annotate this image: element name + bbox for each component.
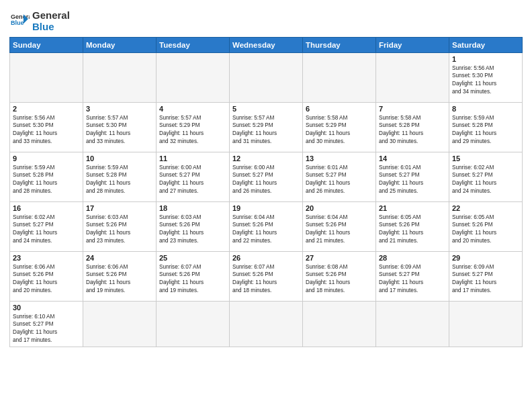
calendar-cell: 1Sunrise: 5:56 AM Sunset: 5:30 PM Daylig…	[449, 52, 523, 102]
day-info: Sunrise: 6:02 AM Sunset: 5:27 PM Dayligh…	[452, 164, 519, 196]
calendar-cell: 19Sunrise: 6:04 AM Sunset: 5:26 PM Dayli…	[230, 201, 303, 251]
day-info: Sunrise: 5:57 AM Sunset: 5:29 PM Dayligh…	[159, 114, 226, 146]
day-info: Sunrise: 5:58 AM Sunset: 5:28 PM Dayligh…	[379, 114, 446, 146]
day-number: 5	[232, 105, 300, 113]
calendar-cell: 20Sunrise: 6:04 AM Sunset: 5:26 PM Dayli…	[303, 201, 376, 251]
calendar-cell	[157, 301, 230, 347]
week-row-2: 2Sunrise: 5:56 AM Sunset: 5:30 PM Daylig…	[10, 102, 523, 152]
day-info: Sunrise: 6:00 AM Sunset: 5:27 PM Dayligh…	[159, 164, 226, 196]
day-number: 25	[159, 254, 226, 262]
page: General Blue General Blue SundayMondayTu…	[0, 0, 532, 411]
calendar-cell: 26Sunrise: 6:07 AM Sunset: 5:26 PM Dayli…	[230, 251, 303, 301]
calendar-cell: 27Sunrise: 6:08 AM Sunset: 5:26 PM Dayli…	[303, 251, 376, 301]
day-info: Sunrise: 6:09 AM Sunset: 5:27 PM Dayligh…	[452, 263, 519, 295]
day-number: 9	[13, 154, 80, 163]
day-number: 21	[379, 204, 446, 212]
weekday-friday: Friday	[376, 37, 449, 52]
day-info: Sunrise: 6:00 AM Sunset: 5:27 PM Dayligh…	[232, 164, 300, 196]
day-info: Sunrise: 5:57 AM Sunset: 5:29 PM Dayligh…	[232, 114, 300, 146]
weekday-thursday: Thursday	[303, 37, 376, 52]
day-number: 15	[452, 154, 519, 163]
day-number: 4	[159, 105, 226, 113]
calendar-cell: 24Sunrise: 6:06 AM Sunset: 5:26 PM Dayli…	[83, 251, 157, 301]
calendar-cell	[376, 301, 449, 347]
week-row-5: 23Sunrise: 6:06 AM Sunset: 5:26 PM Dayli…	[10, 251, 523, 301]
day-number: 20	[306, 204, 373, 212]
day-number: 19	[232, 204, 300, 212]
calendar: SundayMondayTuesdayWednesdayThursdayFrid…	[9, 37, 523, 348]
day-number: 22	[452, 204, 519, 212]
day-number: 27	[306, 254, 373, 262]
calendar-cell: 11Sunrise: 6:00 AM Sunset: 5:27 PM Dayli…	[157, 152, 230, 201]
day-number: 28	[379, 254, 446, 262]
calendar-cell: 28Sunrise: 6:09 AM Sunset: 5:27 PM Dayli…	[376, 251, 449, 301]
day-number: 1	[452, 55, 519, 63]
header: General Blue General Blue	[9, 7, 523, 33]
day-number: 11	[159, 154, 226, 163]
day-info: Sunrise: 6:05 AM Sunset: 5:26 PM Dayligh…	[379, 214, 446, 246]
calendar-cell: 29Sunrise: 6:09 AM Sunset: 5:27 PM Dayli…	[449, 251, 523, 301]
day-info: Sunrise: 6:10 AM Sunset: 5:27 PM Dayligh…	[13, 313, 80, 345]
day-number: 18	[159, 204, 226, 212]
day-number: 30	[13, 304, 80, 312]
svg-text:Blue: Blue	[11, 20, 24, 27]
weekday-monday: Monday	[83, 37, 157, 52]
day-number: 14	[379, 154, 446, 163]
calendar-cell: 23Sunrise: 6:06 AM Sunset: 5:26 PM Dayli…	[10, 251, 83, 301]
day-number: 17	[86, 204, 153, 212]
day-info: Sunrise: 5:59 AM Sunset: 5:28 PM Dayligh…	[13, 164, 80, 196]
calendar-cell: 22Sunrise: 6:05 AM Sunset: 5:26 PM Dayli…	[449, 201, 523, 251]
calendar-cell	[449, 301, 523, 347]
day-number: 24	[86, 254, 153, 262]
weekday-tuesday: Tuesday	[157, 37, 230, 52]
calendar-cell: 4Sunrise: 5:57 AM Sunset: 5:29 PM Daylig…	[157, 102, 230, 152]
calendar-cell: 13Sunrise: 6:01 AM Sunset: 5:27 PM Dayli…	[303, 152, 376, 201]
day-info: Sunrise: 6:01 AM Sunset: 5:27 PM Dayligh…	[306, 164, 373, 196]
day-number: 23	[13, 254, 80, 262]
day-number: 3	[86, 105, 153, 113]
calendar-cell: 2Sunrise: 5:56 AM Sunset: 5:30 PM Daylig…	[10, 102, 83, 152]
calendar-cell: 25Sunrise: 6:07 AM Sunset: 5:26 PM Dayli…	[157, 251, 230, 301]
calendar-cell: 21Sunrise: 6:05 AM Sunset: 5:26 PM Dayli…	[376, 201, 449, 251]
week-row-6: 30Sunrise: 6:10 AM Sunset: 5:27 PM Dayli…	[10, 301, 523, 347]
week-row-3: 9Sunrise: 5:59 AM Sunset: 5:28 PM Daylig…	[10, 152, 523, 201]
day-info: Sunrise: 5:59 AM Sunset: 5:28 PM Dayligh…	[86, 164, 153, 196]
calendar-cell	[230, 301, 303, 347]
calendar-cell: 14Sunrise: 6:01 AM Sunset: 5:27 PM Dayli…	[376, 152, 449, 201]
day-info: Sunrise: 6:03 AM Sunset: 5:26 PM Dayligh…	[159, 214, 226, 246]
weekday-wednesday: Wednesday	[230, 37, 303, 52]
day-info: Sunrise: 5:59 AM Sunset: 5:28 PM Dayligh…	[452, 114, 519, 146]
day-info: Sunrise: 6:01 AM Sunset: 5:27 PM Dayligh…	[379, 164, 446, 196]
day-info: Sunrise: 6:02 AM Sunset: 5:27 PM Dayligh…	[13, 214, 80, 246]
calendar-cell: 3Sunrise: 5:57 AM Sunset: 5:30 PM Daylig…	[83, 102, 157, 152]
day-number: 8	[452, 105, 519, 113]
day-number: 13	[306, 154, 373, 163]
calendar-cell	[10, 52, 83, 102]
calendar-cell	[83, 301, 157, 347]
weekday-sunday: Sunday	[10, 37, 83, 52]
day-info: Sunrise: 6:05 AM Sunset: 5:26 PM Dayligh…	[452, 214, 519, 246]
calendar-cell: 12Sunrise: 6:00 AM Sunset: 5:27 PM Dayli…	[230, 152, 303, 201]
day-info: Sunrise: 6:07 AM Sunset: 5:26 PM Dayligh…	[159, 263, 226, 295]
calendar-cell: 5Sunrise: 5:57 AM Sunset: 5:29 PM Daylig…	[230, 102, 303, 152]
day-info: Sunrise: 5:57 AM Sunset: 5:30 PM Dayligh…	[86, 114, 153, 146]
day-info: Sunrise: 6:06 AM Sunset: 5:26 PM Dayligh…	[13, 263, 80, 295]
day-info: Sunrise: 6:07 AM Sunset: 5:26 PM Dayligh…	[232, 263, 300, 295]
weekday-saturday: Saturday	[449, 37, 523, 52]
calendar-cell: 15Sunrise: 6:02 AM Sunset: 5:27 PM Dayli…	[449, 152, 523, 201]
day-number: 12	[232, 154, 300, 163]
day-info: Sunrise: 6:04 AM Sunset: 5:26 PM Dayligh…	[232, 214, 300, 246]
calendar-cell: 16Sunrise: 6:02 AM Sunset: 5:27 PM Dayli…	[10, 201, 83, 251]
day-number: 2	[13, 105, 80, 113]
day-info: Sunrise: 6:04 AM Sunset: 5:26 PM Dayligh…	[306, 214, 373, 246]
day-number: 7	[379, 105, 446, 113]
day-number: 29	[452, 254, 519, 262]
calendar-cell	[157, 52, 230, 102]
calendar-cell: 9Sunrise: 5:59 AM Sunset: 5:28 PM Daylig…	[10, 152, 83, 201]
calendar-cell: 18Sunrise: 6:03 AM Sunset: 5:26 PM Dayli…	[157, 201, 230, 251]
day-number: 6	[306, 105, 373, 113]
calendar-cell: 7Sunrise: 5:58 AM Sunset: 5:28 PM Daylig…	[376, 102, 449, 152]
week-row-1: 1Sunrise: 5:56 AM Sunset: 5:30 PM Daylig…	[10, 52, 523, 102]
calendar-cell	[83, 52, 157, 102]
day-info: Sunrise: 5:56 AM Sunset: 5:30 PM Dayligh…	[13, 114, 80, 146]
